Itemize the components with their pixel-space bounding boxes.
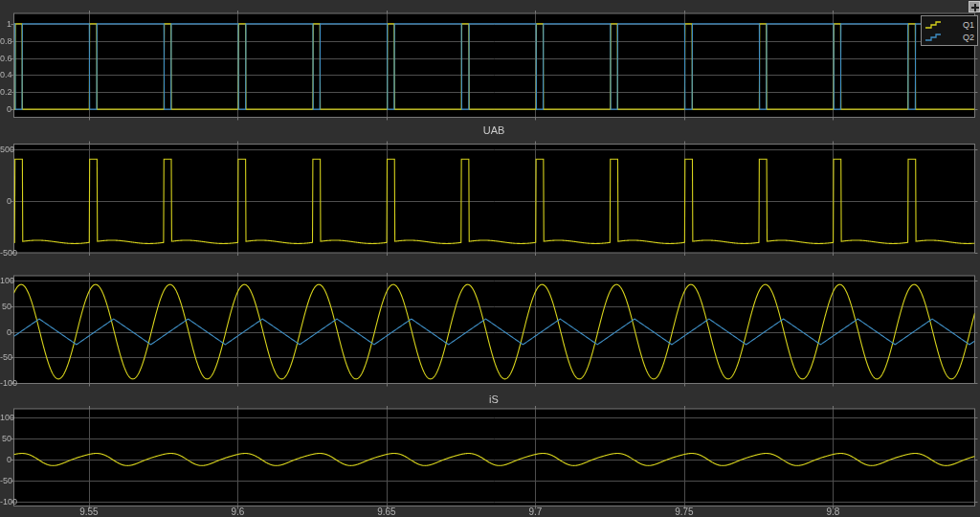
y-tick-label: 0.2 bbox=[0, 87, 11, 97]
q2-step-icon bbox=[924, 33, 942, 42]
x-tick-label: 9.7 bbox=[516, 506, 554, 517]
panel-title-is: iS bbox=[13, 393, 974, 405]
y-tick-label: 100 bbox=[0, 413, 11, 422]
y-tick-label: 0 bbox=[0, 196, 11, 206]
y-tick-label: 0.4 bbox=[0, 70, 11, 79]
legend-label-q1: Q1 bbox=[963, 20, 974, 30]
x-tick-label: 9.6 bbox=[218, 506, 256, 517]
scope-window: UAB iS Q1 Q2 10.80.60.40.205000-50010050… bbox=[0, 0, 980, 517]
y-tick-label: 100 bbox=[0, 276, 11, 285]
y-tick-label: 0.6 bbox=[0, 54, 11, 63]
legend: Q1 Q2 bbox=[921, 15, 978, 46]
maximize-axes-button[interactable] bbox=[969, 1, 980, 12]
x-tick-label: 9.75 bbox=[665, 506, 703, 517]
scope-plot-canvas bbox=[0, 0, 980, 517]
q1-step-icon bbox=[924, 20, 942, 30]
y-tick-label: -50 bbox=[0, 476, 11, 485]
y-tick-label: -500 bbox=[0, 248, 11, 258]
y-tick-label: 0.8 bbox=[0, 36, 11, 46]
y-tick-label: 50 bbox=[0, 434, 11, 443]
x-tick-label: 9.55 bbox=[70, 506, 108, 517]
y-tick-label: 1 bbox=[0, 19, 11, 29]
y-tick-label: -100 bbox=[0, 378, 11, 388]
legend-label-q2: Q2 bbox=[963, 33, 974, 42]
y-tick-label: 0 bbox=[0, 104, 11, 114]
x-tick-label: 9.8 bbox=[813, 506, 852, 517]
y-tick-label: -50 bbox=[0, 352, 11, 362]
legend-item-q2: Q2 bbox=[924, 31, 974, 43]
y-tick-label: 500 bbox=[0, 145, 11, 154]
panel-title-uab: UAB bbox=[13, 124, 974, 136]
y-tick-label: 50 bbox=[0, 302, 11, 311]
y-tick-label: 0 bbox=[0, 327, 11, 337]
x-tick-label: 9.65 bbox=[368, 506, 406, 517]
y-tick-label: -100 bbox=[0, 497, 11, 506]
y-tick-label: 0 bbox=[0, 455, 11, 464]
legend-item-q1: Q1 bbox=[924, 18, 974, 31]
